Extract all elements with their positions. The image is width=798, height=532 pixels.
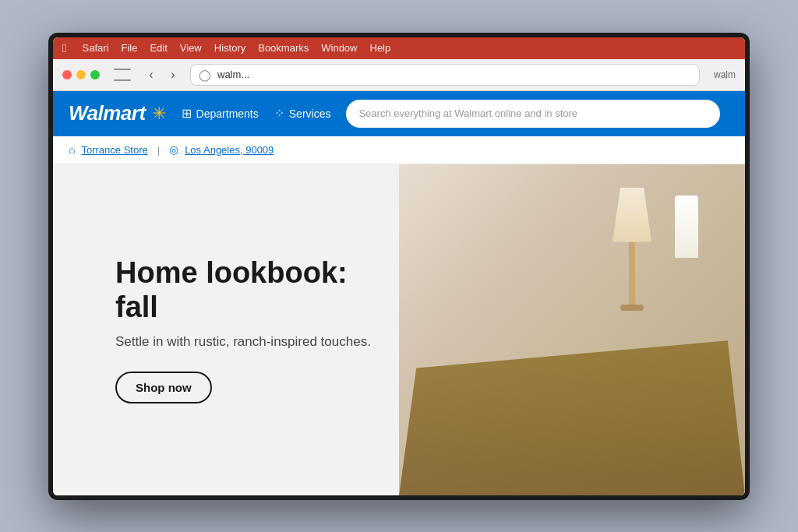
nav-buttons: ‹ ›: [142, 65, 182, 84]
pin-icon: ◎: [169, 143, 178, 156]
sidebar-toggle-button[interactable]: [114, 69, 131, 81]
services-label: Services: [289, 107, 331, 120]
lamp-shade: [613, 188, 651, 242]
hero-area: Home lookbook: fall Settle in with rusti…: [53, 164, 745, 495]
departments-icon: ⊞: [182, 106, 192, 121]
departments-nav-link[interactable]: ⊞ Departments: [182, 106, 259, 121]
search-placeholder: Search everything at Walmart online and …: [358, 107, 577, 119]
services-nav-link[interactable]: ⁘ Services: [274, 106, 331, 121]
services-icon: ⁘: [274, 106, 284, 121]
back-button[interactable]: ‹: [142, 65, 161, 84]
lamp-decoration: [613, 188, 651, 311]
furniture-decoration: [399, 313, 745, 495]
hero-image: [399, 164, 745, 495]
decor-vase: [675, 196, 698, 258]
location-bar: ⌂ Torrance Store | ◎ Los Angeles, 90009: [53, 136, 745, 164]
address-bar[interactable]: ◯ walm...: [190, 64, 700, 86]
store-icon: ⌂: [69, 143, 75, 156]
hero-title: Home lookbook: fall: [115, 256, 371, 324]
browser-chrome: ‹ › ◯ walm... walm: [53, 59, 745, 91]
hero-content: Home lookbook: fall Settle in with rusti…: [53, 164, 433, 495]
browser-screen:  Safari File Edit View History Bookmark…: [53, 37, 745, 495]
browser-toolbar: ‹ › ◯ walm... walm: [53, 59, 745, 90]
menubar-view[interactable]: View: [180, 42, 202, 54]
walmart-spark-icon: ✳: [152, 104, 166, 124]
forward-button[interactable]: ›: [164, 65, 182, 84]
reader-icon: ◯: [199, 69, 211, 81]
menubar-edit[interactable]: Edit: [150, 42, 167, 54]
close-button[interactable]: [62, 70, 72, 79]
traffic-lights: [62, 70, 100, 79]
lamp-body: [629, 242, 635, 305]
hero-subtitle: Settle in with rustic, ranch-inspired to…: [115, 334, 371, 350]
monitor-frame:  Safari File Edit View History Bookmark…: [48, 33, 750, 500]
address-text: walm...: [217, 69, 691, 80]
store-name-link[interactable]: Torrance Store: [81, 144, 147, 156]
macos-menubar:  Safari File Edit View History Bookmark…: [53, 37, 745, 59]
menubar-file[interactable]: File: [121, 42, 137, 54]
departments-label: Departments: [196, 107, 259, 120]
lamp-base: [620, 305, 644, 311]
minimize-button[interactable]: [76, 70, 86, 79]
shop-now-button[interactable]: Shop now: [115, 372, 212, 403]
menubar-window[interactable]: Window: [321, 42, 357, 54]
fullscreen-button[interactable]: [90, 70, 100, 79]
location-separator: |: [157, 144, 160, 156]
menubar-help[interactable]: Help: [370, 42, 391, 54]
search-bar[interactable]: Search everything at Walmart online and …: [346, 100, 720, 128]
menubar-bookmarks[interactable]: Bookmarks: [258, 42, 309, 54]
walmart-navbar: Walmart ✳ ⊞ Departments ⁘ Services Searc…: [53, 91, 745, 136]
location-name-link[interactable]: Los Angeles, 90009: [185, 144, 274, 156]
apple-logo-icon: : [62, 41, 66, 55]
walmart-logo[interactable]: Walmart ✳: [69, 101, 166, 125]
walmart-logo-text: Walmart: [69, 101, 146, 125]
extensions-area: walm: [714, 69, 736, 80]
menubar-history[interactable]: History: [214, 42, 245, 54]
hero-left-blur: [53, 164, 108, 495]
menubar-safari[interactable]: Safari: [82, 42, 108, 54]
